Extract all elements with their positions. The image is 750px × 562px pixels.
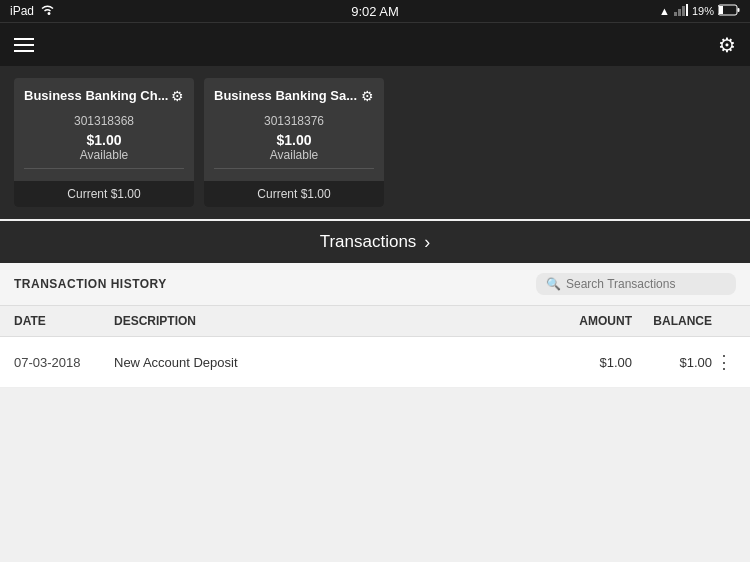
- history-title: TRANSACTION HISTORY: [14, 277, 167, 291]
- svg-rect-5: [719, 6, 723, 14]
- tx-balance: $1.00: [632, 355, 712, 370]
- tx-date: 07-03-2018: [14, 355, 114, 370]
- wifi-icon: [40, 4, 55, 19]
- transaction-history-section: TRANSACTION HISTORY 🔍 DATE DESCRIPTION A…: [0, 263, 750, 388]
- battery-icon: [718, 4, 740, 18]
- svg-rect-1: [678, 9, 681, 16]
- card-available-checking: Available: [24, 148, 184, 162]
- card-amount-savings: $1.00: [214, 132, 374, 148]
- card-footer-savings: Current $1.00: [204, 181, 384, 207]
- settings-button[interactable]: ⚙: [718, 33, 736, 57]
- table-headers: DATE DESCRIPTION AMOUNT BALANCE: [0, 306, 750, 337]
- menu-button[interactable]: [14, 38, 34, 52]
- transactions-label: Transactions: [320, 232, 417, 252]
- card-amount-checking: $1.00: [24, 132, 184, 148]
- card-account-num-savings: 301318376: [214, 114, 374, 128]
- tx-description: New Account Deposit: [114, 355, 542, 370]
- card-header-checking: Business Banking Ch... ⚙: [14, 78, 194, 112]
- card-settings-savings[interactable]: ⚙: [361, 88, 374, 104]
- top-navigation: ⚙: [0, 22, 750, 66]
- battery-label: 19%: [692, 5, 714, 17]
- search-icon: 🔍: [546, 277, 561, 291]
- card-body-checking: 301318368 $1.00 Available: [14, 114, 194, 181]
- col-header-balance: BALANCE: [632, 314, 712, 328]
- transactions-bar[interactable]: Transactions ›: [0, 221, 750, 263]
- svg-rect-3: [686, 4, 688, 16]
- account-card-savings[interactable]: Business Banking Sa... ⚙ 301318376 $1.00…: [204, 78, 384, 207]
- svg-rect-2: [682, 6, 685, 16]
- card-account-num-checking: 301318368: [24, 114, 184, 128]
- svg-rect-6: [738, 8, 740, 12]
- history-header: TRANSACTION HISTORY 🔍: [0, 263, 750, 306]
- signal-icon: [674, 4, 688, 18]
- card-title-savings: Business Banking Sa...: [214, 88, 357, 103]
- col-header-description: DESCRIPTION: [114, 314, 542, 328]
- transaction-rows: 07-03-2018 New Account Deposit $1.00 $1.…: [0, 337, 750, 388]
- tx-amount: $1.00: [542, 355, 632, 370]
- card-settings-checking[interactable]: ⚙: [171, 88, 184, 104]
- account-card-checking[interactable]: Business Banking Ch... ⚙ 301318368 $1.00…: [14, 78, 194, 207]
- card-available-savings: Available: [214, 148, 374, 162]
- location-icon: ▲: [659, 5, 670, 17]
- card-header-savings: Business Banking Sa... ⚙: [204, 78, 384, 112]
- card-body-savings: 301318376 $1.00 Available: [204, 114, 384, 181]
- col-header-amount: AMOUNT: [542, 314, 632, 328]
- transactions-chevron-icon: ›: [424, 232, 430, 253]
- search-container[interactable]: 🔍: [536, 273, 736, 295]
- card-footer-checking: Current $1.00: [14, 181, 194, 207]
- status-right: ▲ 19%: [659, 4, 740, 18]
- carrier-label: iPad: [10, 4, 34, 18]
- col-header-date: DATE: [14, 314, 114, 328]
- account-cards-area: Business Banking Ch... ⚙ 301318368 $1.00…: [0, 66, 750, 219]
- status-left: iPad: [10, 4, 55, 19]
- svg-rect-0: [674, 12, 677, 16]
- status-time: 9:02 AM: [351, 4, 399, 19]
- table-row: 07-03-2018 New Account Deposit $1.00 $1.…: [0, 337, 750, 388]
- tx-more-button[interactable]: ⋮: [712, 351, 736, 373]
- search-input[interactable]: [566, 277, 726, 291]
- card-title-checking: Business Banking Ch...: [24, 88, 168, 103]
- status-bar: iPad 9:02 AM ▲ 19%: [0, 0, 750, 22]
